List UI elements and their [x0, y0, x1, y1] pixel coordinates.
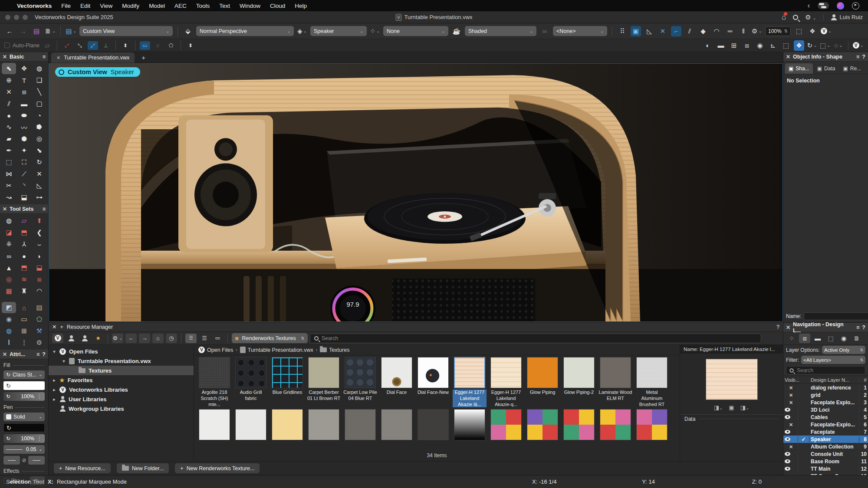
double-line-tool[interactable]: ⫽: [2, 98, 16, 109]
menu-item-file[interactable]: File: [56, 3, 76, 9]
cat-gis[interactable]: ◍: [2, 325, 16, 337]
classes-tab-icon[interactable]: ⁘: [786, 334, 797, 343]
flyover-tool[interactable]: ◍: [32, 63, 46, 74]
column[interactable]: ♜: [17, 285, 31, 297]
cat-site[interactable]: ⬠: [32, 314, 46, 325]
texture-tile[interactable]: [343, 409, 377, 440]
rectangle-tool[interactable]: ▬: [17, 98, 31, 109]
line-tool[interactable]: ╲: [32, 86, 46, 98]
mesh[interactable]: ▦: [2, 285, 16, 297]
push-pull-mode-button[interactable]: ⬍: [120, 41, 131, 50]
rm-forward-button[interactable]: →: [139, 334, 150, 343]
loop[interactable]: ∞: [2, 250, 16, 262]
layer-row-dialog-reference[interactable]: ✕dialog reference1: [783, 384, 868, 391]
filter-dropdown[interactable]: <All Layers>⇅: [801, 356, 865, 364]
tree-item-open-files[interactable]: ▾VOpen Files: [49, 347, 194, 356]
grid-snap-button[interactable]: ⠿: [617, 26, 628, 36]
polygon-tool[interactable]: ⭓: [32, 121, 46, 133]
similar-selection-options-button[interactable]: ⬚⌄: [820, 40, 831, 51]
footer-button-new-resource-[interactable]: +New Resource...: [54, 463, 111, 473]
menu-item-cloud[interactable]: Cloud: [265, 3, 290, 9]
layer-row-faceplate-explo-[interactable]: ✕Faceplate Explo...3: [783, 399, 868, 406]
zoom-level-input[interactable]: 100%⇅: [765, 26, 791, 36]
snap-settings-button[interactable]: ⚙⌄: [752, 26, 762, 36]
footer-button-new-folder-[interactable]: New Folder...: [117, 463, 169, 473]
col-number[interactable]: #: [859, 377, 868, 383]
texture-tile[interactable]: [234, 409, 268, 440]
arc-tool[interactable]: ◔: [32, 110, 46, 121]
layer-visibility-cell[interactable]: ✕: [783, 392, 798, 398]
menu-item-edit[interactable]: Edit: [76, 3, 95, 9]
chamfer-tool[interactable]: ◺: [32, 180, 46, 191]
link-markers-icon[interactable]: ⊘: [22, 457, 26, 463]
text-tool[interactable]: T: [17, 75, 31, 86]
rm-back-button[interactable]: ←: [125, 334, 137, 343]
class-icon-button[interactable]: ⁘⌄: [370, 26, 380, 36]
back-button[interactable]: ←: [4, 26, 15, 36]
curved-stripes[interactable]: ≋: [17, 274, 31, 285]
texture-tile[interactable]: Carpet Low Pile 04 Blue RT: [343, 357, 377, 407]
texture-tile[interactable]: Dial Face-New: [416, 357, 450, 407]
rm-settings-button[interactable]: ⚙⌄: [112, 334, 123, 343]
zoom-tool[interactable]: ⊕: [2, 75, 16, 86]
layer-active-cell[interactable]: ✓: [798, 436, 809, 442]
window-close-button[interactable]: [5, 15, 10, 20]
tangent-snap-button[interactable]: ⫽: [684, 26, 695, 36]
end-marker-button[interactable]: [28, 456, 45, 465]
arc-snap-button[interactable]: ◠: [711, 26, 722, 36]
delete-tool[interactable]: ✕: [2, 86, 16, 98]
help-icon[interactable]: ?: [42, 351, 46, 357]
invert-colors-button[interactable]: ◐: [703, 40, 713, 51]
window-minimize-button[interactable]: [14, 15, 19, 20]
flyover-3d[interactable]: ◍: [2, 215, 16, 226]
menu-item-model[interactable]: Model: [144, 3, 170, 9]
object-snap-button[interactable]: ▣: [631, 26, 641, 36]
close-icon[interactable]: ✕: [786, 324, 790, 331]
chevron-left-icon[interactable]: ‹: [808, 2, 810, 10]
twist[interactable]: ❮: [32, 227, 46, 238]
vectorworks-libraries-button[interactable]: V: [52, 334, 63, 343]
cat-building[interactable]: ⌂: [17, 302, 31, 313]
fill-style-dropdown[interactable]: ↻Class St...⌄: [3, 370, 45, 379]
layer-dropdown[interactable]: Speaker⌄: [310, 26, 367, 36]
shadow-checkbox[interactable]: [3, 478, 9, 484]
layer-row-console-unit[interactable]: Console Unit10: [783, 450, 868, 458]
multiple-view-panes-button[interactable]: ❖: [794, 40, 804, 51]
texture-tile[interactable]: [635, 409, 669, 440]
close-icon[interactable]: ✕: [3, 54, 7, 60]
drawing-viewport[interactable]: 97.9 Custom View Speaker: [49, 63, 783, 322]
texture-tile[interactable]: [598, 409, 632, 440]
close-icon[interactable]: ✕: [786, 54, 790, 60]
shadow-settings-button[interactable]: ↻: [30, 476, 45, 485]
mirror-tool[interactable]: ⋈: [2, 168, 16, 180]
detail-view-button[interactable]: ≔: [212, 334, 224, 343]
trim-tool[interactable]: ✕: [32, 168, 46, 180]
layer-visibility-cell[interactable]: [783, 459, 798, 465]
render-style-icon[interactable]: ∞: [539, 26, 550, 36]
layer-row-grid[interactable]: ✕grid2: [783, 391, 868, 399]
pen-opacity-slider[interactable]: ↻100%⋮: [3, 434, 45, 443]
layer-visibility-cell[interactable]: [783, 466, 798, 472]
texture-tile[interactable]: Argolite 218 Scratch (SH) mte...: [197, 357, 231, 407]
layers-search-input[interactable]: Search: [786, 366, 865, 374]
layer-icon-button[interactable]: ◈⌄: [297, 26, 307, 36]
tree-item-user-libraries[interactable]: ▸User Libraries: [49, 394, 194, 404]
grid-toggle-button[interactable]: ⊞: [729, 40, 739, 51]
parallel-snap-button[interactable]: ═: [725, 26, 735, 36]
point-array[interactable]: ⁜: [2, 239, 16, 250]
menu-item-vectorworks[interactable]: Vectorworks: [12, 3, 56, 9]
menu-item-window[interactable]: Window: [235, 3, 265, 9]
breadcrumb-item[interactable]: Turntable Presentation.vwx: [240, 347, 313, 353]
texture-tile[interactable]: [562, 409, 596, 440]
surface[interactable]: ⌣: [32, 239, 46, 250]
start-marker-button[interactable]: [3, 456, 20, 465]
reshape-tool[interactable]: ⬚: [2, 157, 16, 168]
rm-search-input[interactable]: Search: [310, 334, 761, 343]
grid-view-button[interactable]: ⠿: [185, 334, 197, 343]
pan-tool[interactable]: ✥: [17, 63, 31, 74]
cat-mep[interactable]: ⚒: [32, 325, 46, 337]
eyedropper-tool[interactable]: ✒: [2, 145, 16, 156]
lasso-marquee-button[interactable]: ◌: [153, 41, 163, 50]
line-weight-dropdown[interactable]: 0.05⌄: [3, 445, 45, 454]
fillet-tool[interactable]: ◝: [17, 180, 31, 191]
